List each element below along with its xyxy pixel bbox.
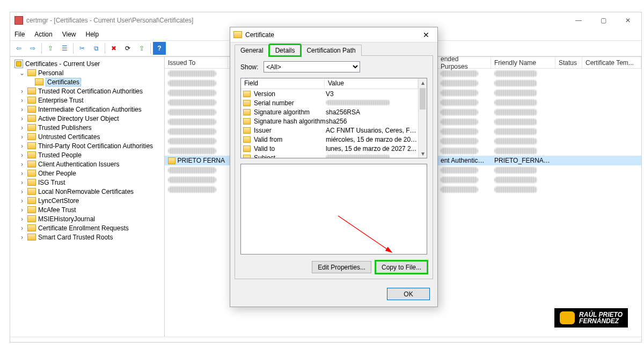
scrollbar[interactable]: ▴ ▾ bbox=[418, 78, 427, 158]
tree-item[interactable]: ›Trusted Publishers bbox=[11, 123, 163, 132]
properties-icon[interactable]: ☰ bbox=[58, 42, 71, 55]
scroll-up-icon[interactable]: ▴ bbox=[419, 78, 427, 87]
forward-icon[interactable]: ⇨ bbox=[26, 42, 39, 55]
field-icon bbox=[243, 91, 251, 97]
chevron-right-icon[interactable]: › bbox=[19, 106, 25, 113]
tree-personal[interactable]: ⌄ Personal bbox=[11, 68, 163, 77]
chevron-right-icon[interactable]: › bbox=[19, 188, 25, 195]
field-detail-box bbox=[240, 164, 427, 255]
col-friendly-name[interactable]: Friendly Name bbox=[491, 57, 555, 68]
chevron-right-icon[interactable]: › bbox=[19, 215, 25, 223]
dialog-close-icon[interactable]: ✕ bbox=[418, 31, 434, 39]
close-button[interactable]: ✕ bbox=[616, 13, 640, 28]
show-select[interactable]: <All> bbox=[264, 61, 360, 72]
col-cert-template[interactable]: Certificate Tem... bbox=[582, 57, 641, 68]
tree-item[interactable]: ›Third-Party Root Certification Authorit… bbox=[11, 141, 163, 150]
redacted-cell bbox=[441, 80, 478, 86]
tree-item[interactable]: ›ISG Trust bbox=[11, 178, 163, 187]
tree-item[interactable]: ›Trusted People bbox=[11, 150, 163, 159]
tree-certificates[interactable]: Certificates bbox=[11, 77, 163, 86]
chevron-right-icon[interactable]: › bbox=[19, 197, 25, 205]
back-icon[interactable]: ⇦ bbox=[12, 42, 25, 55]
field-header[interactable]: Field bbox=[241, 78, 325, 89]
field-row[interactable]: IssuerAC FNMT Usuarios, Ceres, FN... bbox=[241, 126, 418, 135]
field-name: Valid to bbox=[253, 145, 326, 152]
field-name: Serial number bbox=[253, 99, 326, 107]
tree-item[interactable]: ›LyncCertStore bbox=[11, 196, 163, 205]
chevron-right-icon[interactable]: › bbox=[19, 142, 25, 150]
folder-icon bbox=[27, 188, 36, 195]
copy-to-file-button[interactable]: Copy to File... bbox=[376, 261, 427, 273]
copy-icon[interactable]: ⧉ bbox=[90, 42, 103, 55]
up-icon[interactable]: ⇧ bbox=[44, 42, 57, 55]
chevron-right-icon[interactable]: › bbox=[19, 161, 25, 168]
menu-file[interactable]: File bbox=[14, 31, 25, 38]
tree-item[interactable]: ›Untrusted Certificates bbox=[11, 132, 163, 141]
tree-item[interactable]: ›Other People bbox=[11, 169, 163, 178]
tree-item[interactable]: ›Certificate Enrollment Requests bbox=[11, 223, 163, 232]
chevron-right-icon[interactable]: › bbox=[19, 97, 25, 104]
chevron-right-icon[interactable]: › bbox=[19, 133, 25, 141]
tree-item[interactable]: ›Intermediate Certification Authorities bbox=[11, 105, 163, 114]
chevron-right-icon[interactable]: › bbox=[19, 234, 25, 241]
minimize-button[interactable]: — bbox=[566, 13, 591, 28]
tree-item[interactable]: ›Active Directory User Object bbox=[11, 114, 163, 123]
refresh-icon[interactable]: ⟳ bbox=[121, 42, 134, 55]
tree-pane[interactable]: Certificates - Current User ⌄ Personal C… bbox=[10, 57, 165, 337]
scroll-down-icon[interactable]: ▾ bbox=[419, 149, 427, 158]
col-intended-purposes[interactable]: ended Purposes bbox=[437, 57, 491, 68]
tree-root[interactable]: Certificates - Current User bbox=[11, 59, 163, 68]
value-header[interactable]: Value bbox=[325, 78, 418, 89]
tree-item[interactable]: ›Client Authentication Issuers bbox=[11, 159, 163, 169]
details-panel: Show: <All> Field Value VersionV3Serial … bbox=[235, 55, 433, 279]
maximize-button[interactable]: ▢ bbox=[591, 13, 616, 28]
chevron-right-icon[interactable]: › bbox=[19, 179, 25, 186]
chevron-right-icon[interactable]: › bbox=[19, 206, 25, 214]
export-icon[interactable]: ⇪ bbox=[135, 42, 148, 55]
edit-properties-button[interactable]: Edit Properties... bbox=[312, 261, 371, 273]
delete-icon[interactable]: ✖ bbox=[107, 42, 120, 55]
redacted-cell bbox=[494, 167, 537, 173]
col-issued-to[interactable]: Issued To bbox=[165, 57, 228, 68]
cell-friendly-name: PRIETO_FERNANDE... bbox=[491, 157, 555, 164]
chevron-right-icon[interactable]: › bbox=[19, 224, 25, 232]
redacted-cell bbox=[441, 99, 478, 106]
col-status[interactable]: Status bbox=[555, 57, 582, 68]
chevron-right-icon[interactable]: › bbox=[19, 151, 25, 159]
field-list[interactable]: Field Value VersionV3Serial numberSignat… bbox=[240, 78, 427, 158]
tree-item-label: Trusted Publishers bbox=[38, 124, 92, 132]
tab-general[interactable]: General bbox=[235, 45, 269, 56]
field-row[interactable]: Valid frommiércoles, 15 de marzo de 202.… bbox=[241, 135, 418, 144]
cut-icon[interactable]: ✂ bbox=[76, 42, 89, 55]
field-row[interactable]: VersionV3 bbox=[241, 89, 418, 98]
chevron-right-icon[interactable]: › bbox=[19, 115, 25, 122]
field-icon bbox=[243, 155, 251, 158]
tree-item[interactable]: ›Local NonRemovable Certificates bbox=[11, 187, 163, 196]
field-row[interactable]: Subject bbox=[241, 153, 418, 158]
tree-item-label: Local NonRemovable Certificates bbox=[38, 188, 134, 195]
menu-action[interactable]: Action bbox=[34, 31, 52, 38]
scroll-thumb[interactable] bbox=[420, 88, 426, 110]
tree-item[interactable]: ›MSIEHistoryJournal bbox=[11, 214, 163, 223]
tab-details[interactable]: Details bbox=[269, 45, 301, 56]
tree-item[interactable]: ›McAfee Trust bbox=[11, 205, 163, 214]
folder-icon bbox=[27, 215, 36, 222]
tree-item[interactable]: ›Enterprise Trust bbox=[11, 96, 163, 105]
chevron-down-icon[interactable]: ⌄ bbox=[19, 69, 25, 77]
tree-item[interactable]: ›Smart Card Trusted Roots bbox=[11, 232, 163, 242]
chevron-right-icon[interactable]: › bbox=[19, 124, 25, 132]
field-row[interactable]: Valid tolunes, 15 de marzo de 2027 2... bbox=[241, 144, 418, 153]
ok-button[interactable]: OK bbox=[387, 288, 430, 300]
chevron-right-icon[interactable]: › bbox=[19, 170, 25, 177]
tree-item[interactable]: ›Trusted Root Certification Authorities bbox=[11, 86, 163, 96]
chevron-right-icon[interactable]: › bbox=[19, 88, 25, 95]
field-row[interactable]: Serial number bbox=[241, 98, 418, 107]
help-icon[interactable]: ? bbox=[153, 42, 166, 55]
redacted-cell bbox=[441, 148, 478, 154]
tab-certification-path[interactable]: Certification Path bbox=[301, 45, 361, 56]
field-row[interactable]: Signature algorithmsha256RSA bbox=[241, 107, 418, 117]
menu-help[interactable]: Help bbox=[86, 31, 99, 38]
menu-view[interactable]: View bbox=[62, 31, 76, 38]
tree-item-label: Trusted People bbox=[38, 151, 82, 159]
field-row[interactable]: Signature hash algorithmsha256 bbox=[241, 117, 418, 126]
